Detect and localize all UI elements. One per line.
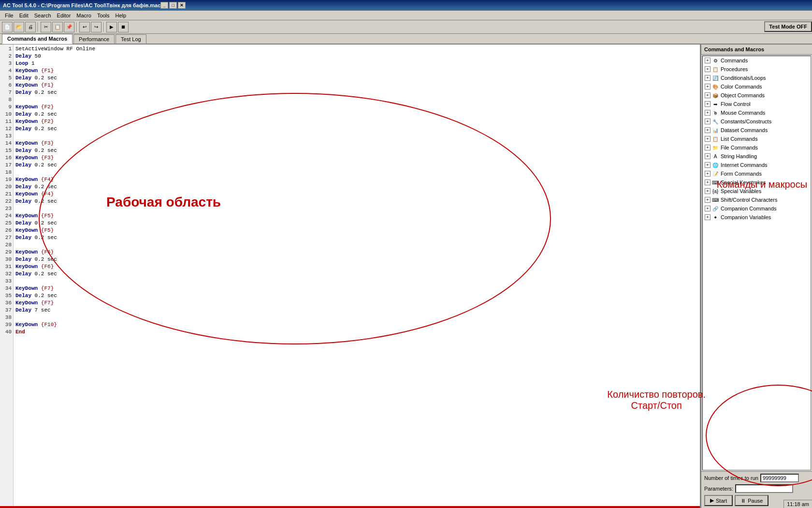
menu-item-macro[interactable]: Macro <box>73 12 94 19</box>
separator-3 <box>103 22 104 32</box>
expand-icon[interactable]: + <box>705 136 710 142</box>
code-line-23 <box>14 205 700 212</box>
status-time: 11:18 am <box>787 501 809 507</box>
expand-icon[interactable]: + <box>705 84 710 90</box>
minimize-button[interactable]: _ <box>160 2 168 9</box>
open-button[interactable]: 📂 <box>14 22 24 32</box>
tree-item-icon: ✦ <box>711 213 719 221</box>
tree-item-label: Mouse Commands <box>721 110 765 116</box>
run-button[interactable]: ▶ <box>106 22 117 32</box>
line-num-26: 26 <box>0 227 13 234</box>
close-button[interactable]: ✕ <box>178 2 186 9</box>
tree-item-special-keystrokes[interactable]: +⌨Special Keystrokes <box>703 178 811 187</box>
menu-item-tools[interactable]: Tools <box>94 12 113 19</box>
line-num-8: 8 <box>0 96 13 104</box>
copy-button[interactable]: 📋 <box>52 22 63 32</box>
code-line-25: Delay 0.2 sec <box>14 220 700 227</box>
tree-item-conditionals/loops[interactable]: +🔄Conditionals/Loops <box>703 74 811 82</box>
expand-icon[interactable]: + <box>705 188 710 194</box>
redo-button[interactable]: ↪ <box>91 22 102 32</box>
tree-item-list-commands[interactable]: +📋List Commands <box>703 134 811 143</box>
line-num-7: 7 <box>0 89 13 96</box>
code-line-32: Delay 0.2 sec <box>14 270 700 278</box>
tree-item-icon: ➡ <box>711 100 719 108</box>
stop-button[interactable]: ⏹ <box>118 22 129 32</box>
code-area[interactable]: 1234567891011121314151617181920212223242… <box>0 45 701 508</box>
tree-item-icon: 📋 <box>711 135 719 143</box>
menu-item-search[interactable]: Search <box>31 12 54 19</box>
new-button[interactable]: 📄 <box>2 22 13 32</box>
tree-item-icon: 📦 <box>711 91 719 99</box>
tree-item-color-commands[interactable]: +🎨Color Commands <box>703 82 811 91</box>
tree-item-procedures[interactable]: +📋Procedures <box>703 65 811 74</box>
status-bar: 11:18 am <box>783 500 812 508</box>
expand-icon[interactable]: + <box>705 66 710 72</box>
expand-icon[interactable]: + <box>705 101 710 107</box>
maximize-button[interactable]: □ <box>169 2 177 9</box>
tree-item-special-variables[interactable]: +{a}Special Variables <box>703 187 811 195</box>
line-num-22: 22 <box>0 198 13 205</box>
tree-item-commands[interactable]: +⚙Commands <box>703 56 811 65</box>
expand-icon[interactable]: + <box>705 92 710 98</box>
tree-item-companion-variables[interactable]: +✦Companion Variables <box>703 213 811 222</box>
tab-0[interactable]: Commands and Macros <box>2 34 72 44</box>
paste-button[interactable]: 📌 <box>64 22 74 32</box>
line-num-2: 2 <box>0 53 13 60</box>
expand-icon[interactable]: + <box>705 162 710 168</box>
expand-icon[interactable]: + <box>705 75 710 81</box>
expand-icon[interactable]: + <box>705 110 710 116</box>
tree-item-dataset-commands[interactable]: +📊Dataset Commands <box>703 126 811 134</box>
expand-icon[interactable]: + <box>705 179 710 185</box>
tree-item-icon: 🔧 <box>711 118 719 125</box>
run-times-input[interactable] <box>760 474 799 482</box>
line-num-33: 33 <box>0 278 13 285</box>
expand-icon[interactable]: + <box>705 214 710 220</box>
test-mode-button[interactable]: Test Mode OFF <box>764 21 812 32</box>
expand-icon[interactable]: + <box>705 153 710 159</box>
line-num-34: 34 <box>0 285 13 292</box>
tree-item-constants/constructs[interactable]: +🔧Constants/Constructs <box>703 117 811 126</box>
parameters-input[interactable] <box>735 484 793 493</box>
tree-item-object-commands[interactable]: +📦Object Commands <box>703 91 811 100</box>
tree-item-flow-control[interactable]: +➡Flow Control <box>703 100 811 108</box>
menu-item-help[interactable]: Help <box>113 12 130 19</box>
code-line-40: End <box>14 329 700 336</box>
expand-icon[interactable]: + <box>705 197 710 203</box>
expand-icon[interactable]: + <box>705 145 710 150</box>
tab-2[interactable]: Test Log <box>116 34 146 44</box>
tree-item-label: Dataset Commands <box>721 127 768 133</box>
code-line-37: Delay 7 sec <box>14 307 700 314</box>
expand-icon[interactable]: + <box>705 119 710 124</box>
code-line-7: Delay 0.2 sec <box>14 89 700 96</box>
line-num-27: 27 <box>0 234 13 241</box>
tree-item-internet-commands[interactable]: +🌐Internet Commands <box>703 161 811 169</box>
expand-icon[interactable]: + <box>705 58 710 63</box>
menu-item-edit[interactable]: Edit <box>16 12 31 19</box>
code-line-14: KeyDown {F3} <box>14 140 700 147</box>
undo-button[interactable]: ↩ <box>79 22 90 32</box>
tree-item-form-commands[interactable]: +📝Form Commands <box>703 169 811 178</box>
cut-button[interactable]: ✂ <box>41 22 51 32</box>
right-panel: Commands and Macros +⚙Commands+📋Procedur… <box>701 45 812 508</box>
menu-item-editor[interactable]: Editor <box>54 12 74 19</box>
tree-item-file-commands[interactable]: +📁File Commands <box>703 143 811 152</box>
menu-item-file[interactable]: File <box>2 12 16 19</box>
menu-bar: FileEditSearchEditorMacroToolsHelp <box>0 11 812 20</box>
pause-button[interactable]: ⏸ Pause <box>735 495 768 506</box>
pause-label: Pause <box>748 498 763 504</box>
tree-item-mouse-commands[interactable]: +🖱Mouse Commands <box>703 108 811 117</box>
tree-item-string-handling[interactable]: +AString Handling <box>703 152 811 161</box>
line-num-14: 14 <box>0 140 13 147</box>
tree-item-companion-commands[interactable]: +🔗Companion Commands <box>703 204 811 213</box>
expand-icon[interactable]: + <box>705 127 710 133</box>
line-num-35: 35 <box>0 292 13 299</box>
print-button[interactable]: 🖨 <box>25 22 36 32</box>
tab-1[interactable]: Performance <box>73 34 115 44</box>
start-button[interactable]: ▶ Start <box>704 495 733 506</box>
tree-item-shift/control-characters[interactable]: +⌨Shift/Control Characters <box>703 195 811 204</box>
tree-item-icon: ⌨ <box>711 179 719 186</box>
expand-icon[interactable]: + <box>705 171 710 177</box>
tree-view[interactable]: +⚙Commands+📋Procedures+🔄Conditionals/Loo… <box>702 56 811 470</box>
tree-item-label: List Commands <box>721 136 757 142</box>
expand-icon[interactable]: + <box>705 206 710 211</box>
